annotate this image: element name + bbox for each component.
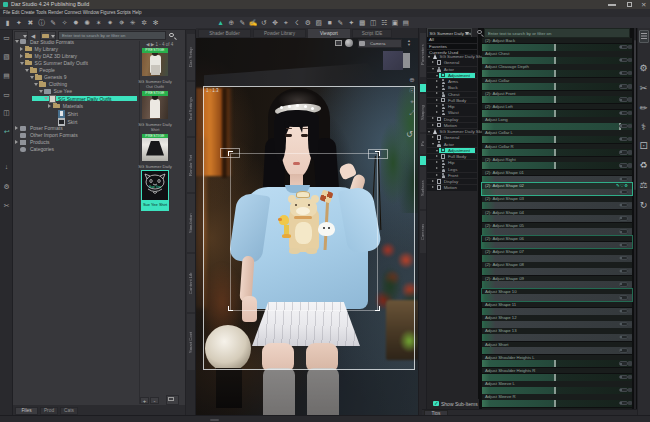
- svg-text:Sue Yee: Sue Yee: [149, 185, 161, 189]
